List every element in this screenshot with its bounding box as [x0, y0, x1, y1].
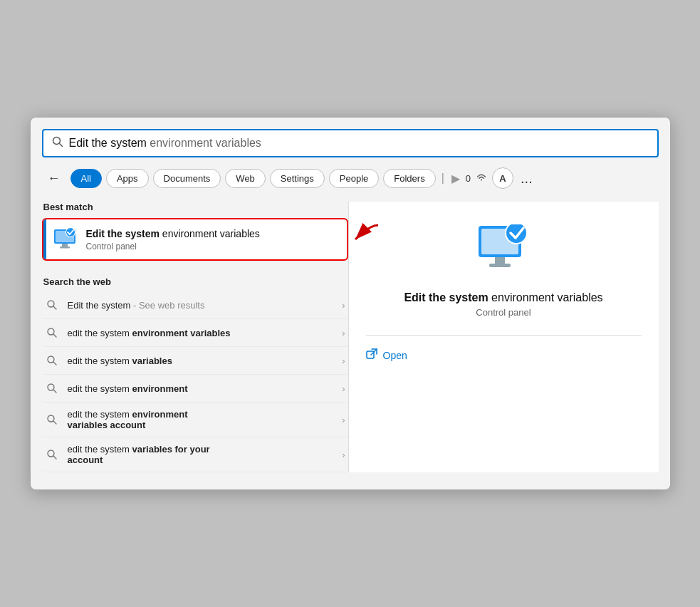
- best-match-subtitle: Control panel: [86, 242, 338, 251]
- filter-play-icon: ▶: [450, 172, 461, 185]
- svg-point-2: [481, 179, 482, 180]
- svg-line-21: [53, 456, 56, 459]
- svg-rect-27: [489, 264, 511, 267]
- web-item[interactable]: edit the system environmentvariables acc…: [42, 403, 348, 437]
- chevron-right-icon: ›: [342, 328, 345, 338]
- web-item[interactable]: edit the system variables ›: [42, 347, 348, 375]
- right-panel: Edit the system environment variables Co…: [348, 202, 659, 472]
- filter-pill-apps[interactable]: Apps: [106, 169, 149, 188]
- svg-line-11: [53, 306, 56, 309]
- web-item[interactable]: edit the system environment variables ›: [42, 319, 348, 347]
- web-item-text: edit the system variables for youraccoun…: [68, 444, 337, 465]
- best-match-item[interactable]: Edit the system environment variables Co…: [42, 218, 348, 261]
- search-bar[interactable]: Edit the system environment variables: [42, 129, 659, 157]
- web-item-text: edit the system environment: [68, 383, 337, 394]
- filter-pill-settings[interactable]: Settings: [270, 169, 325, 188]
- detail-title: Edit the system environment variables: [404, 291, 602, 304]
- best-match-text: Edit the system environment variables Co…: [86, 227, 338, 251]
- main-content: Best match: [42, 202, 659, 472]
- web-item-text: edit the system variables: [68, 356, 337, 366]
- best-match-title: Edit the system environment variables: [86, 227, 338, 240]
- filter-pill-web[interactable]: Web: [225, 169, 266, 188]
- user-avatar-button[interactable]: A: [492, 167, 513, 189]
- open-button[interactable]: Open: [366, 348, 407, 363]
- detail-divider: [366, 335, 642, 336]
- chevron-right-icon: ›: [342, 450, 345, 460]
- back-button[interactable]: ←: [42, 168, 66, 189]
- chevron-right-icon: ›: [342, 356, 345, 366]
- web-item-text: edit the system environment variables: [68, 328, 337, 338]
- svg-rect-8: [60, 247, 70, 249]
- svg-line-1: [59, 144, 62, 147]
- chevron-right-icon: ›: [342, 300, 345, 311]
- web-search-icon: [45, 413, 59, 427]
- svg-rect-7: [62, 244, 68, 247]
- filter-separator: |: [440, 172, 446, 185]
- search-window: Edit the system environment variables ← …: [30, 117, 671, 490]
- filter-pill-folders[interactable]: Folders: [383, 169, 435, 188]
- svg-line-13: [53, 334, 56, 337]
- open-external-icon: [366, 348, 377, 363]
- filter-pill-documents[interactable]: Documents: [153, 169, 221, 188]
- svg-rect-26: [495, 257, 505, 264]
- web-items-list: Edit the system - See web results › edit…: [42, 291, 348, 472]
- open-label: Open: [383, 350, 407, 361]
- web-item[interactable]: edit the system variables for youraccoun…: [42, 437, 348, 472]
- network-icon: [475, 170, 488, 186]
- web-item[interactable]: edit the system environment ›: [42, 375, 348, 403]
- filter-pill-all[interactable]: All: [70, 169, 102, 188]
- web-search-icon: [45, 326, 59, 340]
- detail-app-icon: [475, 224, 532, 279]
- web-search-icon: [45, 353, 59, 368]
- web-section-label: Search the web: [43, 276, 348, 287]
- chevron-right-icon: ›: [342, 383, 345, 394]
- svg-line-19: [53, 421, 56, 424]
- svg-line-15: [53, 362, 56, 365]
- detail-subtitle: Control panel: [476, 307, 531, 318]
- search-icon: [52, 136, 63, 150]
- web-item[interactable]: Edit the system - See web results ›: [42, 291, 348, 319]
- search-query: Edit the system environment variables: [69, 137, 261, 150]
- web-search-icon: [45, 447, 59, 462]
- web-search-icon: [45, 381, 59, 395]
- filter-count: 0: [466, 173, 471, 184]
- left-panel: Best match: [42, 202, 348, 472]
- filter-bar: ← All Apps Documents Web Settings People…: [42, 167, 659, 189]
- best-match-app-icon: [52, 227, 78, 252]
- web-item-text: Edit the system - See web results: [68, 300, 337, 311]
- svg-line-17: [53, 390, 56, 393]
- web-search-icon: [45, 298, 59, 312]
- filter-pill-people[interactable]: People: [329, 169, 379, 188]
- web-item-text: edit the system environmentvariables acc…: [68, 409, 337, 430]
- best-match-label: Best match: [42, 202, 348, 212]
- more-options-button[interactable]: ...: [518, 170, 536, 187]
- chevron-right-icon: ›: [342, 415, 345, 425]
